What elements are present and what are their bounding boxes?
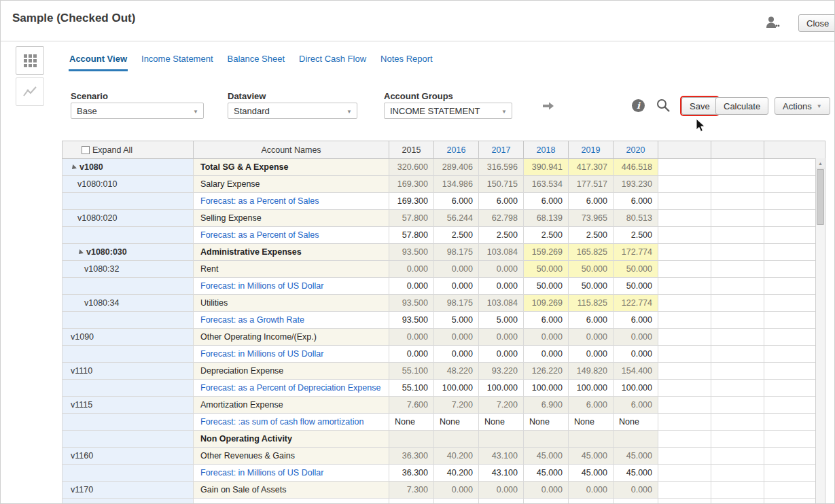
- value-cell[interactable]: 0.000: [524, 482, 569, 499]
- empty-cell[interactable]: [764, 159, 816, 176]
- value-cell[interactable]: 6.000: [524, 312, 569, 329]
- value-cell[interactable]: 0.000: [569, 482, 614, 499]
- tab-balance-sheet[interactable]: Balance Sheet: [227, 51, 286, 71]
- value-cell[interactable]: 0.000: [389, 346, 434, 363]
- forecast-method-link[interactable]: Forecast: as a Percent of Sales: [200, 196, 319, 206]
- value-cell[interactable]: [569, 431, 614, 448]
- empty-cell[interactable]: [711, 329, 764, 346]
- value-cell[interactable]: 320.600: [389, 159, 434, 176]
- empty-cell[interactable]: [764, 329, 816, 346]
- account-code-cell[interactable]: [63, 227, 194, 244]
- empty-cell[interactable]: [764, 363, 816, 380]
- empty-cell[interactable]: [764, 499, 816, 504]
- value-cell[interactable]: 0.000: [434, 482, 479, 499]
- value-cell[interactable]: 103.084: [479, 244, 524, 261]
- value-cell[interactable]: 93.500: [389, 295, 434, 312]
- value-cell[interactable]: 0.000: [434, 499, 479, 504]
- value-cell[interactable]: 0.000: [524, 346, 569, 363]
- value-cell[interactable]: None: [479, 414, 524, 431]
- expand-toggle-icon[interactable]: [77, 249, 84, 256]
- value-cell[interactable]: 149.820: [569, 363, 614, 380]
- scroll-up-icon[interactable]: ▲: [816, 158, 825, 168]
- value-cell[interactable]: 6.000: [479, 193, 524, 210]
- empty-cell[interactable]: [764, 193, 816, 210]
- value-cell[interactable]: 109.269: [524, 295, 569, 312]
- empty-cell[interactable]: [711, 482, 764, 499]
- value-cell[interactable]: 0.000: [569, 329, 614, 346]
- actions-button[interactable]: Actions ▼: [775, 97, 830, 115]
- value-cell[interactable]: [524, 431, 569, 448]
- value-cell[interactable]: 98.175: [434, 295, 479, 312]
- value-cell[interactable]: 0.000: [434, 329, 479, 346]
- value-cell[interactable]: 390.941: [524, 159, 569, 176]
- empty-cell[interactable]: [711, 499, 764, 504]
- value-cell[interactable]: 45.000: [569, 448, 614, 465]
- empty-cell[interactable]: [764, 278, 816, 295]
- value-cell[interactable]: 45.000: [569, 465, 614, 482]
- value-cell[interactable]: 2.500: [569, 227, 614, 244]
- value-cell[interactable]: 0.000: [389, 261, 434, 278]
- empty-cell[interactable]: [658, 329, 711, 346]
- value-cell[interactable]: 169.300: [389, 193, 434, 210]
- empty-cell[interactable]: [764, 482, 816, 499]
- empty-cell[interactable]: [711, 210, 764, 227]
- value-cell[interactable]: 446.518: [614, 159, 658, 176]
- value-cell[interactable]: [614, 431, 658, 448]
- empty-cell[interactable]: [764, 465, 816, 482]
- info-icon[interactable]: i: [632, 99, 645, 112]
- value-cell[interactable]: 0.000: [614, 482, 658, 499]
- value-cell[interactable]: 55.100: [389, 363, 434, 380]
- value-cell[interactable]: 100.000: [614, 380, 658, 397]
- value-cell[interactable]: 50.000: [614, 261, 658, 278]
- value-cell[interactable]: 73.965: [569, 210, 614, 227]
- value-cell[interactable]: 0.000: [479, 482, 524, 499]
- sidebar-item-chart-view[interactable]: [16, 77, 44, 106]
- empty-cell[interactable]: [764, 448, 816, 465]
- value-cell[interactable]: 316.596: [479, 159, 524, 176]
- value-cell[interactable]: 0.000: [569, 499, 614, 504]
- account-code-cell[interactable]: v1115: [63, 397, 194, 414]
- year-column-header[interactable]: 2019: [569, 141, 614, 159]
- account-name-cell[interactable]: Salary Expense: [194, 176, 389, 193]
- go-arrow-icon[interactable]: [541, 100, 555, 112]
- empty-cell[interactable]: [711, 346, 764, 363]
- value-cell[interactable]: None: [614, 414, 658, 431]
- empty-cell[interactable]: [658, 295, 711, 312]
- account-code-cell[interactable]: v1090: [63, 329, 194, 346]
- account-code-cell[interactable]: v1160: [63, 448, 194, 465]
- empty-cell[interactable]: [764, 312, 816, 329]
- account-code-cell[interactable]: v1080:34: [63, 295, 194, 312]
- empty-cell[interactable]: [711, 227, 764, 244]
- value-cell[interactable]: 6.000: [569, 397, 614, 414]
- empty-cell[interactable]: [711, 465, 764, 482]
- value-cell[interactable]: 0.000: [569, 346, 614, 363]
- empty-cell[interactable]: [764, 414, 816, 431]
- value-cell[interactable]: None: [434, 414, 479, 431]
- value-cell[interactable]: 0.000: [434, 261, 479, 278]
- value-cell[interactable]: 2.500: [614, 227, 658, 244]
- empty-cell[interactable]: [711, 176, 764, 193]
- empty-cell[interactable]: [711, 278, 764, 295]
- account-name-cell[interactable]: Amortization Expense: [194, 397, 389, 414]
- account-name-cell[interactable]: Total SG & A Expense: [194, 159, 389, 176]
- vertical-scrollbar[interactable]: ▲: [815, 158, 825, 504]
- value-cell[interactable]: 48.220: [434, 363, 479, 380]
- value-cell[interactable]: 45.000: [524, 448, 569, 465]
- value-cell[interactable]: 2.500: [479, 227, 524, 244]
- value-cell[interactable]: 7.200: [434, 397, 479, 414]
- account-code-cell[interactable]: [63, 346, 194, 363]
- value-cell[interactable]: 134.986: [434, 176, 479, 193]
- value-cell[interactable]: 177.517: [569, 176, 614, 193]
- value-cell[interactable]: 93.500: [389, 244, 434, 261]
- value-cell[interactable]: 7.300: [389, 499, 434, 504]
- value-cell[interactable]: 193.230: [614, 176, 658, 193]
- value-cell[interactable]: 6.000: [569, 312, 614, 329]
- account-code-cell[interactable]: [63, 278, 194, 295]
- value-cell[interactable]: 57.800: [389, 210, 434, 227]
- value-cell[interactable]: 93.220: [479, 363, 524, 380]
- value-cell[interactable]: 93.500: [389, 312, 434, 329]
- account-code-cell[interactable]: [63, 431, 194, 448]
- empty-cell[interactable]: [711, 193, 764, 210]
- expand-toggle-icon[interactable]: [70, 164, 77, 171]
- expand-all-checkbox[interactable]: [82, 146, 90, 154]
